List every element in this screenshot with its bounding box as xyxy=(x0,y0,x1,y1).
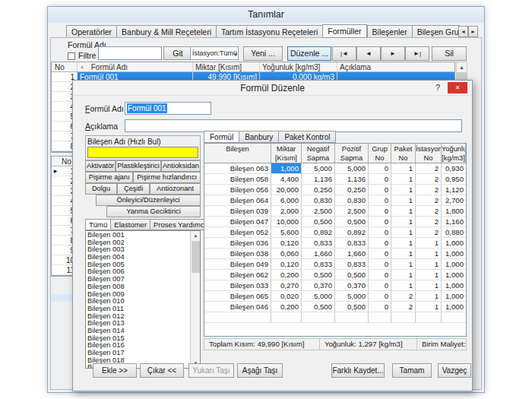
grid-cell[interactable]: Bileşen 056 xyxy=(204,185,271,195)
grid-cell[interactable]: 2 xyxy=(391,302,416,312)
grid-cell[interactable]: 0,950 xyxy=(442,174,466,184)
grid-cell[interactable]: 1 xyxy=(391,174,416,184)
main-tab[interactable]: Operatörler xyxy=(66,25,116,38)
grid-cell[interactable]: Bileşen 064 xyxy=(204,195,271,205)
grid-cell[interactable]: 2 xyxy=(416,163,442,173)
grid-cell[interactable]: Bileşen 038 xyxy=(204,249,271,258)
grid-cell[interactable]: 0,250 xyxy=(302,185,335,195)
grid-cell[interactable]: 5,000 xyxy=(302,163,335,173)
category-button[interactable]: Aktivatör xyxy=(85,160,116,172)
grid-cell[interactable]: 0,930 xyxy=(442,163,466,173)
grid-header-cell[interactable]: Miktar[Kısım] xyxy=(271,144,302,163)
grid-cell[interactable]: 1,136 xyxy=(302,174,335,184)
grid-cell[interactable]: 5,000 xyxy=(302,291,335,301)
category-button[interactable]: Dolgu xyxy=(85,183,117,195)
grid-cell[interactable]: 0,370 xyxy=(302,280,335,290)
grid-cell[interactable]: 1,000 xyxy=(442,291,466,301)
vazgec-button[interactable]: Vazgeç xyxy=(438,363,471,378)
grid-cell[interactable]: 0 xyxy=(369,249,391,258)
category-button[interactable]: Pişirme ajanı xyxy=(85,172,133,183)
grid-cell[interactable]: 2,000 xyxy=(271,206,302,216)
grid-cell[interactable]: 0,892 xyxy=(302,227,335,237)
yeni-button[interactable]: Yeni ... xyxy=(243,46,283,61)
grid-header-cell[interactable]: NegatifSapma [%] xyxy=(302,144,335,163)
grid-row[interactable]: Bileşen 05620,0000,2500,2500121,120 xyxy=(204,185,466,195)
grid-cell[interactable]: 0,120 xyxy=(271,238,302,248)
grid-row[interactable]: Bileşen 0330,2700,3700,3700111,000 xyxy=(204,280,466,291)
grid-cell[interactable]: 1 xyxy=(391,206,416,216)
grid-tab[interactable]: Banbury xyxy=(239,131,278,143)
grid-row[interactable]: Bileşen 0490,1200,8330,8330111,000 xyxy=(204,259,466,270)
dialog-titlebar[interactable]: Formül Düzenle xyxy=(73,81,472,96)
asagi-tasi-button[interactable]: Aşağı Taşı xyxy=(237,363,283,378)
grid-cell[interactable]: 0,880 xyxy=(442,227,466,237)
grid-cell[interactable]: Bileşen 049 xyxy=(204,259,271,269)
grid-cell[interactable]: 20,000 xyxy=(271,185,302,195)
grid-cell[interactable]: 2 xyxy=(416,217,442,226)
grid-row[interactable]: Bileşen 0584,4001,1361,1360120,950 xyxy=(204,174,466,185)
grid-cell[interactable]: 1,160 xyxy=(442,217,466,226)
grid-cell[interactable]: 0 xyxy=(369,206,391,216)
filtre-checkbox[interactable] xyxy=(68,52,75,60)
ekle-button[interactable]: Ekle >> xyxy=(93,363,137,378)
scroll-up-icon[interactable]: ▲ xyxy=(457,62,467,72)
grid-row[interactable]: Bileşen 0460,2000,5000,5000211,000 xyxy=(204,302,466,312)
grid-cell[interactable]: 0 xyxy=(369,270,391,280)
grid-cell[interactable]: 0 xyxy=(369,291,391,301)
grid-cell[interactable]: 0,200 xyxy=(271,270,302,280)
nav-first-button[interactable]: |◄ xyxy=(332,46,356,61)
grid-cell[interactable]: 0,270 xyxy=(271,280,302,290)
main-tab[interactable]: Banbury & Mill Reçeteleri xyxy=(116,25,216,38)
grid-cell[interactable]: 1 xyxy=(391,238,416,248)
formul-adi-search-input[interactable] xyxy=(98,46,162,60)
grid-cell[interactable]: Bileşen 052 xyxy=(204,227,271,237)
grid-cell[interactable]: 1,000 xyxy=(442,302,466,312)
grid-cell[interactable]: 1 xyxy=(391,280,416,290)
grid-cell[interactable]: Bileşen 065 xyxy=(204,291,271,301)
grid-cell[interactable]: 2 xyxy=(416,206,442,216)
duzenle-button[interactable]: Düzenle ... xyxy=(287,46,331,61)
grid-cell[interactable]: 0 xyxy=(369,302,391,312)
nav-last-button[interactable]: ►| xyxy=(405,46,429,61)
grid-cell[interactable]: Bileşen 036 xyxy=(204,238,271,248)
scroll-up-icon[interactable]: ▲ xyxy=(191,231,201,240)
grid-cell[interactable]: 0 xyxy=(369,259,391,269)
grid-cell[interactable]: 2 xyxy=(416,227,442,237)
component-tab[interactable]: Elastomer xyxy=(110,219,150,230)
grid-row[interactable]: Bileşen 0360,1200,8330,8330111,000 xyxy=(204,238,466,249)
grid-cell[interactable]: 0,833 xyxy=(335,238,369,248)
grid-cell[interactable]: 1 xyxy=(391,227,416,237)
grid-cell[interactable]: 0 xyxy=(369,217,391,226)
grid-cell[interactable]: 6,000 xyxy=(271,195,302,205)
grid-cell[interactable]: 1 xyxy=(391,249,416,258)
category-button[interactable]: Çeşitli xyxy=(117,183,150,195)
help-button[interactable]: ? xyxy=(429,82,446,93)
cikar-button[interactable]: Çıkar << xyxy=(140,363,184,378)
grid-cell[interactable]: 1,800 xyxy=(442,206,466,216)
tab-scroll-right-icon[interactable]: ► xyxy=(468,26,478,37)
grid-cell[interactable]: 0,833 xyxy=(302,238,335,248)
grid-cell[interactable]: 0 xyxy=(369,174,391,184)
main-tab[interactable]: Tartım İstasyonu Reçeteleri xyxy=(216,25,322,38)
grid-header-cell[interactable]: PozitifSapma [%] xyxy=(335,144,369,163)
grid-cell[interactable]: 0 xyxy=(369,185,391,195)
sil-button[interactable]: Sil xyxy=(432,46,467,61)
grid-cell[interactable]: 1 xyxy=(391,259,416,269)
grid-cell[interactable]: 0,200 xyxy=(271,302,302,312)
grid-cell[interactable]: 1 xyxy=(416,291,442,301)
grid-tab[interactable]: Paket Kontrol xyxy=(278,131,336,143)
grid-cell[interactable]: 1 xyxy=(416,280,442,290)
grid-cell[interactable]: 0,500 xyxy=(335,270,369,280)
grid-cell[interactable]: 5,600 xyxy=(271,227,302,237)
grid-cell[interactable]: 2 xyxy=(416,174,442,184)
grid-cell[interactable]: 2 xyxy=(391,291,416,301)
category-button[interactable]: Antiozonant xyxy=(150,183,201,195)
grid-row[interactable]: Bileşen 0620,2000,5000,5000111,000 xyxy=(204,270,466,280)
grid-cell[interactable]: 0,500 xyxy=(335,302,369,312)
nav-prev-button[interactable]: ◄ xyxy=(356,46,381,61)
grid-cell[interactable]: 2 xyxy=(416,195,442,205)
grid-cell[interactable]: 1 xyxy=(416,259,442,269)
grid-cell[interactable]: Bileşen 033 xyxy=(204,280,271,290)
category-button[interactable]: Yanma Geciktirici xyxy=(106,206,201,217)
main-tab[interactable]: Formüller xyxy=(322,24,366,38)
